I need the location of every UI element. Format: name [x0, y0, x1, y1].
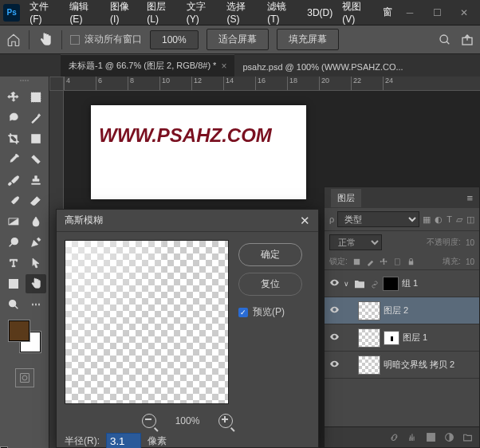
expand-icon[interactable]: ∨ [344, 280, 349, 288]
hand-tool-icon[interactable] [37, 32, 53, 48]
layer-thumb[interactable] [358, 301, 380, 320]
blend-mode-select[interactable]: 正常 [329, 234, 382, 250]
zoom-in-icon[interactable] [218, 414, 233, 428]
wand-tool[interactable] [26, 108, 46, 128]
heal-tool[interactable] [26, 150, 46, 169]
layer-name[interactable]: 图层 2 [384, 305, 408, 316]
menu-select[interactable]: 选择(S) [222, 0, 262, 28]
close-button[interactable]: ✕ [451, 3, 477, 22]
fill-screen-button[interactable]: 填充屏幕 [277, 29, 339, 50]
filter-type-icon[interactable]: T [447, 214, 452, 225]
brush-tool[interactable] [3, 171, 24, 190]
adjustment-layer-icon[interactable] [444, 432, 454, 442]
layer-mask-thumb[interactable] [384, 331, 399, 345]
ruler-origin[interactable] [49, 77, 64, 91]
group-mask-thumb[interactable] [383, 277, 399, 291]
menu-text[interactable]: 文字(Y) [182, 0, 222, 28]
visibility-toggle[interactable] [328, 277, 340, 290]
tab-document-1[interactable]: 未标题-1 @ 66.7% (图层 2, RGB/8#) *× [61, 54, 234, 77]
layers-tab[interactable]: 图层 [331, 189, 361, 207]
reset-button[interactable]: 复位 [238, 273, 302, 296]
zoom-out-icon[interactable] [142, 414, 156, 428]
radius-input[interactable] [106, 433, 141, 448]
visibility-toggle[interactable] [328, 305, 340, 317]
menu-image[interactable]: 图像(I) [105, 0, 142, 28]
lock-artboard-icon[interactable] [393, 257, 402, 266]
lock-position-icon[interactable] [380, 257, 388, 266]
tab-close-icon[interactable]: × [221, 61, 226, 72]
lasso-tool[interactable] [3, 108, 24, 128]
menu-file[interactable]: 文件(F) [25, 0, 65, 28]
fill-value[interactable]: 10 [466, 257, 474, 266]
marquee-tool[interactable] [26, 88, 46, 107]
move-tool[interactable] [3, 88, 24, 107]
layer-copy-2[interactable]: 明暗交界线 拷贝 2 [325, 352, 479, 379]
layer-thumb[interactable] [358, 328, 380, 348]
maximize-button[interactable]: ☐ [424, 3, 450, 22]
visibility-toggle[interactable] [328, 359, 340, 371]
menu-layer[interactable]: 图层(L) [142, 0, 181, 28]
filter-adjust-icon[interactable]: ◐ [435, 214, 443, 225]
filter-smart-icon[interactable]: ◫ [466, 214, 474, 225]
stamp-tool[interactable] [26, 171, 46, 190]
fit-screen-button[interactable]: 适合屏幕 [207, 29, 269, 50]
shape-tool[interactable] [3, 274, 24, 293]
crop-tool[interactable] [3, 129, 24, 148]
layer-name[interactable]: 明暗交界线 拷贝 2 [384, 359, 454, 371]
document-canvas[interactable]: WWW.PSAHZ.COM [91, 105, 306, 199]
eraser-tool[interactable] [26, 191, 46, 210]
dodge-tool[interactable] [3, 233, 24, 252]
gradient-tool[interactable] [3, 212, 24, 231]
menu-3d[interactable]: 3D(D) [302, 4, 337, 22]
filter-kind-select[interactable]: 类型 [337, 211, 419, 227]
zoom-tool[interactable] [3, 295, 24, 314]
hand-tool-selected[interactable] [26, 274, 46, 293]
share-icon[interactable] [461, 33, 474, 46]
path-select-tool[interactable] [26, 253, 46, 273]
layer-thumb[interactable] [358, 356, 380, 375]
ok-button[interactable]: 确定 [238, 243, 302, 266]
type-tool[interactable] [3, 253, 24, 273]
panel-menu-icon[interactable]: ≡ [466, 192, 473, 204]
filter-pixel-icon[interactable]: ▦ [423, 214, 431, 225]
foreground-color[interactable] [9, 320, 30, 341]
link-layers-icon[interactable] [389, 432, 399, 442]
blur-tool[interactable] [26, 212, 46, 231]
lock-brush-icon[interactable] [366, 257, 375, 266]
scroll-all-checkbox[interactable]: 滚动所有窗口 [70, 33, 142, 46]
lock-transparent-icon[interactable] [352, 257, 361, 266]
quick-mask-button[interactable] [15, 368, 34, 387]
layer-name[interactable]: 图层 1 [403, 332, 427, 344]
panel-grip[interactable] [9, 80, 41, 84]
visibility-toggle[interactable] [328, 332, 340, 344]
lock-all-icon[interactable] [407, 257, 415, 266]
pen-tool[interactable] [26, 233, 46, 252]
history-brush-tool[interactable] [3, 191, 24, 210]
ruler-horizontal[interactable]: 4681012141618202224 [64, 77, 480, 91]
menu-filter[interactable]: 滤镜(T) [262, 0, 302, 28]
layer-group-1[interactable]: ∨ 组 1 [325, 270, 479, 297]
preview-checkbox[interactable]: ✓预览(P) [238, 305, 302, 319]
zoom-level-button[interactable]: 100% [150, 30, 199, 49]
layer-mask-icon[interactable] [426, 432, 436, 442]
dialog-close-icon[interactable]: ✕ [300, 214, 310, 228]
opacity-value[interactable]: 10 [466, 238, 474, 247]
new-group-icon[interactable] [462, 432, 473, 442]
search-icon[interactable] [439, 33, 451, 46]
frame-tool[interactable] [26, 129, 46, 148]
eyedropper-tool[interactable] [3, 150, 24, 169]
minimize-button[interactable]: ─ [397, 3, 423, 22]
menu-view[interactable]: 视图(V) [337, 0, 378, 28]
color-swatches[interactable] [9, 320, 41, 352]
layer-name[interactable]: 组 1 [402, 277, 418, 289]
home-icon[interactable] [6, 33, 21, 47]
layer-style-icon[interactable]: fx [407, 432, 418, 442]
tab-document-2[interactable]: psahz.psd @ 100% (WWW.PSAHZ.CO... [234, 57, 411, 77]
edit-toolbar[interactable]: ⋯ [26, 295, 46, 314]
menu-edit[interactable]: 编辑(E) [65, 0, 105, 28]
menu-window[interactable]: 窗 [378, 2, 397, 22]
blur-preview[interactable] [65, 240, 229, 404]
layer-1[interactable]: 图层 1 [325, 324, 479, 352]
filter-shape-icon[interactable]: ▱ [456, 214, 462, 225]
layer-2[interactable]: 图层 2 [325, 297, 479, 324]
